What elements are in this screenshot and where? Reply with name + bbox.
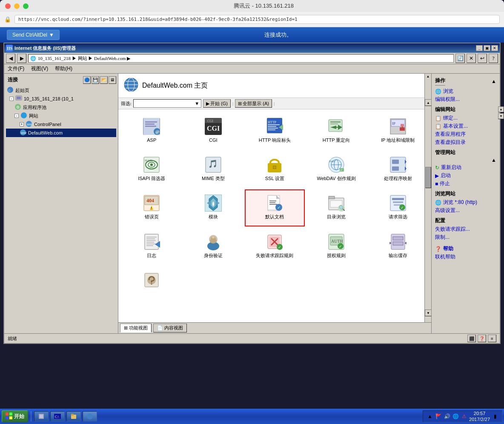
tab-content-view[interactable]: 📄 内容视图 [153,324,187,332]
scroll-down-btn[interactable]: ▼ [425,309,432,316]
sidebar-connect-btn[interactable]: 🖥 [109,76,116,84]
icon-item-error-pages[interactable]: 404 ! 错误页 [122,189,182,226]
action-online-help[interactable]: 联机帮助 [435,253,496,261]
panel-scroll-up[interactable]: ▲ [498,106,500,112]
filter-label: 筛选: [121,100,132,107]
refresh-button[interactable]: 🔄 [455,54,465,63]
sidebar-item-sites[interactable]: - 🌐 网站 [6,112,116,120]
icon-item-dir-browse[interactable]: 🔍 目录浏览 [306,189,367,226]
scroll-up-button[interactable]: ▲ [426,74,431,79]
sidebar-new-btn[interactable]: 🔵 [83,76,91,84]
icon-item-http-redirect[interactable]: HTTP 重定向 [306,113,367,149]
icon-item-logging[interactable]: 日志 [122,228,182,265]
iis-window-controls[interactable]: _ ▣ ✕ [476,45,498,51]
url-field[interactable]: https://vnc.qcloud.com/?innerlp=10.135.1… [14,15,500,24]
mac-close-button[interactable] [5,3,11,9]
right-panel-scrollbar[interactable]: ▲ ▼ [498,106,500,119]
tab-feature-view[interactable]: ⊞ 功能视图 [120,324,152,332]
tray-error-icon[interactable]: ⚠ [461,413,467,420]
action-browse[interactable]: 🌐 浏览 [435,87,496,95]
iis-close-button[interactable]: ✕ [491,45,498,51]
statusbar-btn2[interactable]: ❓ [478,335,486,342]
icon-item-authentication[interactable]: 身份验证 [183,228,243,265]
icon-item-default-doc[interactable]: ✓ 默认文档 [245,189,305,226]
panel-collapse-btn[interactable]: ▲ [491,78,496,85]
sidebar-item-defaultweb[interactable]: WWW DefaultWeb.com [6,129,116,137]
tray-flag-icon[interactable]: 🚩 [435,413,442,420]
taskbar-item-explorer[interactable] [66,411,81,421]
statusbar-btn1[interactable]: ⬛ [467,335,476,342]
taskbar-item-server-manager[interactable] [34,411,49,421]
icon-item-authorization[interactable]: AUTH ✓ 授权规则 [306,228,367,265]
sidebar-item-controlpanel[interactable]: + WWW ControlPanel [6,120,116,129]
action-bindings[interactable]: 📋 绑定... [435,114,496,122]
icon-item-ip-domain[interactable]: IP IP 地址和域限制 [368,113,428,149]
scroll-up-btn[interactable]: ▲ [425,99,432,106]
icon-item-failed-request[interactable]: ✓ 失败请求跟踪规则 [245,228,305,265]
sidebar-item-start[interactable]: ⌂ 起始页 [6,86,116,95]
mac-maximize-button[interactable] [23,3,29,9]
icon-item-mime-types[interactable]: 🎵 MIME 类型 [183,151,243,188]
show-all-button[interactable]: ⊞ 全部显示 (A) [235,99,272,108]
action-basic-settings[interactable]: 📋 基本设置... [435,122,496,130]
help-button[interactable]: ? [489,54,498,63]
icon-item-isapi-filter[interactable]: ISAPI ISAPI 筛选器 [122,151,182,188]
icon-item-http-headers[interactable]: HTTP HTTP 响应标头 [245,113,305,149]
menu-view[interactable]: 视图(V) [31,65,48,72]
menu-help[interactable]: 帮助(H) [55,65,72,72]
action-browse-80[interactable]: 🌐 浏览 *:80 (http) [435,198,496,206]
icon-item-modules[interactable]: 模块 [183,189,243,226]
mac-window-buttons[interactable] [5,3,29,9]
controlpanel-expand-icon[interactable]: + [20,122,24,126]
icon-item-extra[interactable] [122,266,182,298]
ip-domain-icon-image: IP [388,116,408,137]
tray-sound-icon[interactable]: 🔊 [444,413,450,420]
action-restart[interactable]: ↻ 重新启动 [435,163,496,172]
action-view-virtual-dirs[interactable]: 查看虚拟目录 [435,138,496,146]
scroll-thumb[interactable] [425,167,431,188]
icon-item-ssl[interactable]: SSL 设置 [245,151,305,188]
stop-button[interactable]: ✕ [467,54,476,63]
panel-scroll-down[interactable]: ▼ [498,113,500,119]
tray-network-icon[interactable]: 🌐 [452,413,459,420]
mac-minimize-button[interactable] [14,3,20,9]
sidebar-item-apppool[interactable]: ⚙ 应用程序池 [6,103,116,112]
start-button[interactable]: 开始 [2,410,28,422]
iis-minimize-button[interactable]: _ [476,45,483,51]
filter-input[interactable]: ▼ [133,99,201,108]
menu-file[interactable]: 文件(F) [8,65,24,72]
action-edit-permissions[interactable]: 编辑权限... [435,95,496,103]
back-button2[interactable]: ↩ [478,54,487,63]
action-stop[interactable]: ■ 停止 [435,180,496,188]
icon-item-handler-mappings[interactable]: 处理程序映射 [368,151,428,188]
taskbar-item-iis[interactable] [83,411,97,421]
icon-item-request-filter[interactable]: ✓ 请求筛选 [368,189,428,226]
iis-restore-button[interactable]: ▣ [484,45,490,51]
sidebar-item-server[interactable]: - 10_135_161_218 (10_1 [6,95,116,103]
action-start[interactable]: ▶ 启动 [435,172,496,180]
action-failed-req-tracing[interactable]: 失败请求跟踪... [435,225,496,233]
dir-browse-icon-image: 🔍 [326,193,346,213]
back-button[interactable]: ◀ [6,54,15,63]
action-view-applications[interactable]: 查看应用程序 [435,130,496,138]
action-advanced-settings[interactable]: 高级设置... [435,206,496,215]
sidebar-open-btn[interactable]: 📂 [100,76,108,84]
tray-show-desktop-icon[interactable]: ▮ [492,413,498,420]
start-filter-button[interactable]: ▶ 开始 (G) [203,99,231,108]
forward-button[interactable]: ▶ [17,54,26,63]
nav-address-bar[interactable]: 🌐 10_135_161_218 ▶ 网站 ▶ DefaultWeb.com ▶ [28,54,454,63]
icon-item-webdav[interactable]: DAV ✓ WebDAV 创作规则 [306,151,367,188]
sites-expand-icon[interactable]: - [14,114,19,118]
server-expand-icon[interactable]: - [9,97,14,101]
statusbar-btn3[interactable]: ≡ [488,335,496,342]
icon-item-cgi[interactable]: CGI CGI CGI [183,113,243,149]
icon-item-asp[interactable]: @ ASP [122,113,182,149]
icon-item-output-cache[interactable]: 输出缓存 [368,228,428,265]
taskbar-item-cmd[interactable]: C:\ [50,411,65,421]
sidebar-save-btn[interactable]: 💾 [92,76,99,84]
content-right-scrollbar[interactable]: ▲ ▼ [424,99,431,316]
manage-collapse-btn[interactable]: ▲ [491,157,496,163]
action-limits[interactable]: 限制... [435,233,496,241]
send-ctrl-alt-del-button[interactable]: Send CtrlAltDel ▼ [7,30,60,40]
tray-up-arrow-icon[interactable]: ▲ [427,413,433,420]
